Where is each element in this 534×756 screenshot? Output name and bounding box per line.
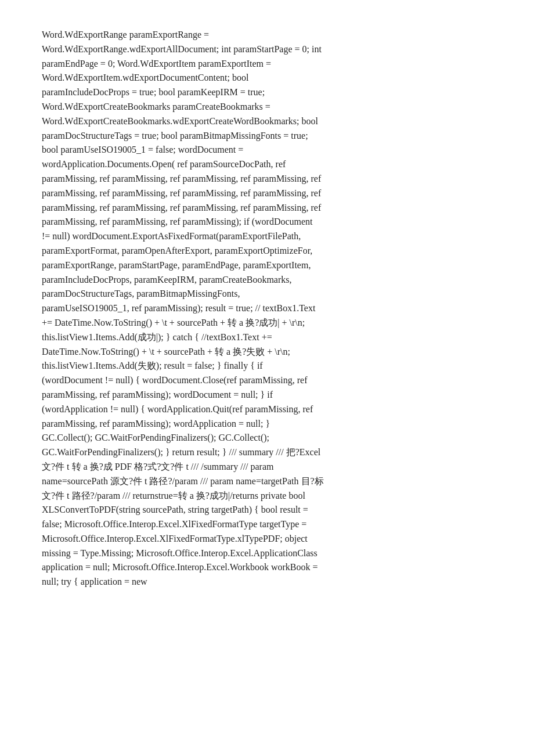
page-container: Word.WdExportRange paramExportRange = Wo… — [0, 0, 534, 617]
code-content: Word.WdExportRange paramExportRange = Wo… — [42, 28, 492, 589]
